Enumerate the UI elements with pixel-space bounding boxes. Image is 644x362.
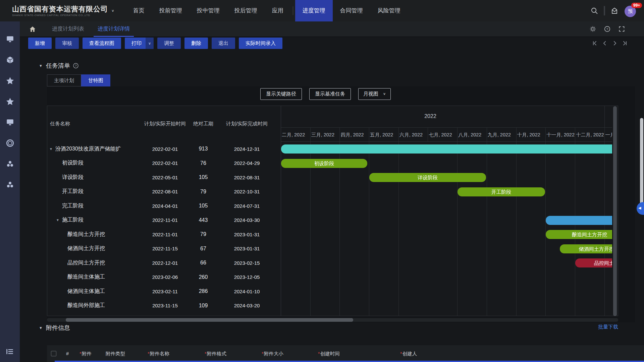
toolbar-button-label: 退出 [218, 40, 228, 47]
attachment-col-header: *附件格式 [205, 345, 226, 362]
attachment-col-label: # [66, 351, 69, 356]
subtab[interactable]: 甘特图 [81, 74, 110, 86]
help-icon[interactable]: ? [604, 25, 611, 33]
table-row[interactable]: 酿造间外部施工2023-11-151092024-03-20 [47, 299, 281, 313]
toolbar-button[interactable]: 调整 [157, 38, 181, 49]
cube-icon[interactable] [6, 56, 14, 64]
attachments-title: 附件信息 [46, 324, 70, 332]
nav-menu-item[interactable]: 投前管理 [152, 0, 190, 21]
nav-menu-item[interactable]: 首页 [126, 0, 152, 21]
breadcrumb-tabbar: 进度计划列表进度计划详情 ? [20, 21, 644, 37]
task-duration-cell: 260 [192, 274, 215, 280]
company-logo[interactable]: 山西省国有资本运营有限公司 SHANXI STATE-OWNED CAPITAL… [12, 5, 114, 17]
toolbar-button[interactable]: 查看流程图 [83, 38, 121, 49]
gantt-panel: 显示关键路径显示基准任务 月视图 ∨ 任务名称 计划/实际开始时间 绝对工期 计… [47, 86, 635, 322]
gantt-bar[interactable]: 酿造间土方开挖 [546, 230, 612, 239]
table-row[interactable]: 初设阶段2022-02-01762022-04-29 [47, 156, 281, 171]
team-icon-2[interactable] [6, 180, 14, 189]
team-icon[interactable] [6, 160, 14, 168]
gantt-bar[interactable] [546, 216, 612, 225]
nav-menu-item[interactable]: 投中管理 [190, 0, 227, 21]
message-icon[interactable] [610, 7, 619, 15]
toolbar-button[interactable]: 实际时间录入 [239, 38, 282, 49]
star-icon[interactable] [6, 76, 14, 85]
chevron-down-icon[interactable]: ∨ [146, 38, 154, 49]
gantt-bar[interactable]: 储酒间土方开挖 [560, 244, 612, 253]
right-drawer-handle[interactable]: ◀ [637, 202, 644, 215]
toolbar-button[interactable]: 打印∨ [125, 38, 154, 49]
table-row[interactable]: 详设阶段2022-05-011052022-08-31 [47, 170, 281, 185]
gantt-month-cell: 十一月, 2022 [546, 128, 575, 142]
nav-menu-item[interactable]: 应用 [265, 0, 291, 21]
task-name-cell: 详设阶段 [47, 174, 139, 181]
fullscreen-icon[interactable] [618, 25, 625, 33]
toolbar-button[interactable]: 审核 [55, 38, 79, 49]
view-mode-value: 月视图 [363, 91, 378, 97]
task-start-cell: 2023-02-06 [139, 274, 192, 280]
next-page-button[interactable] [612, 40, 618, 46]
nav-menu-item[interactable]: 合同管理 [333, 0, 370, 21]
task-name: 酿造间主体施工 [67, 274, 105, 281]
table-row[interactable]: 储酒间主体施工2023-02-112862024-01-10 [47, 284, 281, 299]
nav-menu-item[interactable]: 风险管理 [370, 0, 408, 21]
gantt-bar[interactable]: 品控间土方开挖 [575, 258, 612, 267]
table-row[interactable]: ▼施工阶段2022-11-014432024-03-30 [47, 213, 281, 228]
page-tab[interactable]: 进度计划列表 [45, 21, 91, 37]
screen-icon[interactable] [6, 118, 14, 127]
gantt-control-button[interactable]: 显示基准任务 [309, 88, 351, 100]
collapse-menu-icon[interactable] [5, 347, 14, 356]
chevron-down-icon[interactable]: ∨ [111, 9, 114, 12]
home-icon[interactable] [29, 26, 36, 33]
nav-menu: 首页投前管理投中管理投后管理应用进度管理合同管理风险管理 [126, 0, 408, 21]
attachment-col-label: 创建人 [402, 351, 417, 356]
gantt-hscroll-thumb[interactable] [66, 318, 353, 322]
table-row[interactable]: 酿造间土方开挖2022-11-01792023-01-31 [47, 227, 281, 242]
table-row[interactable]: 品控间土方开挖2022-12-01662023-02-15 [47, 256, 281, 270]
nav-menu-item[interactable]: 投后管理 [227, 0, 265, 21]
table-row[interactable]: 开工阶段2022-08-01792022-10-31 [47, 185, 281, 199]
gantt-month-row: 二月, 2022三月, 2022四月, 2022五月, 2022六月, 2022… [281, 128, 612, 142]
theme-icon[interactable] [589, 25, 596, 33]
row-caret-icon[interactable]: ▼ [56, 218, 62, 222]
attachment-col-label: 创建时间 [320, 351, 340, 356]
task-name: 开工阶段 [62, 188, 84, 195]
first-page-button[interactable] [592, 40, 598, 46]
toolbar-button[interactable]: 新增 [28, 38, 52, 49]
collapse-caret-icon[interactable]: ▼ [39, 326, 43, 330]
page-scrollbar-thumb[interactable] [640, 118, 643, 212]
record-circle-icon[interactable] [6, 139, 14, 147]
star-icon-2[interactable] [6, 97, 14, 106]
attachments-hscroll-thumb[interactable] [55, 361, 644, 362]
collapse-caret-icon[interactable]: ▼ [39, 64, 43, 68]
search-icon[interactable] [590, 7, 598, 15]
prev-page-button[interactable] [602, 40, 608, 46]
gantt-month-cell: 一月, 2023 [605, 128, 612, 142]
table-row[interactable]: 储酒间土方开挖2022-11-15672023-01-31 [47, 242, 281, 256]
table-row[interactable]: 酿造间主体施工2023-02-062602023-12-05 [47, 270, 281, 285]
monitor-icon[interactable] [6, 35, 14, 44]
required-asterisk: * [148, 351, 150, 356]
batch-download-link[interactable]: 批量下载 [593, 324, 618, 330]
page-tab[interactable]: 进度计划详情 [91, 21, 137, 37]
nav-menu-item[interactable]: 进度管理 [295, 0, 333, 21]
task-duration-cell: 105 [192, 203, 215, 209]
gantt-bar[interactable]: 详设阶段 [369, 173, 486, 182]
col-header-duration: 绝对工期 [192, 121, 215, 127]
gantt-control-button[interactable]: 显示关键路径 [260, 88, 302, 100]
tabbar-right-icons: ? [582, 25, 625, 33]
section-help-icon[interactable]: ? [73, 63, 79, 69]
gantt-bar[interactable]: 初设阶段 [281, 159, 367, 168]
table-row[interactable]: ▼汾酒2030技改原酒产储能扩2022-02-019132024-12-31 [47, 142, 281, 156]
toolbar-button[interactable]: 删除 [184, 38, 208, 49]
table-row[interactable]: 完工阶段2024-04-011052024-07-31 [47, 199, 281, 213]
gantt-bar[interactable]: 开工阶段 [458, 187, 545, 196]
subtab[interactable]: 主项计划 [47, 74, 81, 86]
select-all-checkbox[interactable] [51, 351, 56, 356]
gantt-bar[interactable] [281, 144, 612, 154]
toolbar-button[interactable]: 退出 [212, 38, 235, 49]
view-mode-select[interactable]: 月视图 ∨ [358, 88, 391, 100]
last-page-button[interactable] [622, 40, 628, 46]
task-end-cell: 2023-02-15 [215, 260, 279, 266]
gantt-vertical-scrollbar[interactable] [613, 106, 617, 316]
row-caret-icon[interactable]: ▼ [49, 147, 55, 151]
